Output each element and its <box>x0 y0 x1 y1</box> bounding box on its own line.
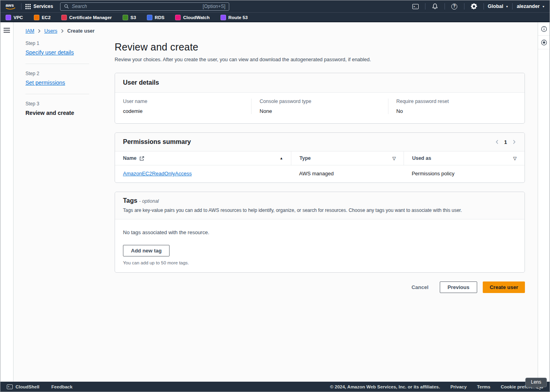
main-content: IAM Users Create user Step 1 Specify use… <box>14 22 538 382</box>
bell-icon <box>432 3 438 10</box>
cloudwatch-service-icon <box>175 15 181 20</box>
step-number: Step 3 <box>25 101 89 107</box>
region-selector[interactable]: Global ▼ <box>488 4 509 9</box>
services-grid-icon <box>25 4 31 9</box>
user-details-header: User details <box>115 73 525 93</box>
top-navigation-bar: aws Services [Option+S] >_ <box>0 0 550 12</box>
favorite-rds[interactable]: RDS <box>147 15 164 20</box>
hamburger-menu-icon[interactable] <box>3 27 11 33</box>
terms-link[interactable]: Terms <box>477 384 491 389</box>
pagination-previous-button[interactable] <box>495 139 499 145</box>
favorite-label: VPC <box>14 15 23 20</box>
tags-header: Tags - optional Tags are key-value pairs… <box>115 192 525 219</box>
permissions-table-header: Name ▲ Type ▽ <box>115 151 525 165</box>
cloudshell-label: CloudShell <box>16 384 39 389</box>
filter-icon[interactable]: ▽ <box>392 156 396 161</box>
policy-type-cell: AWS managed <box>291 165 404 182</box>
field-label: Require password reset <box>396 99 517 104</box>
pagination-current-page[interactable]: 1 <box>504 139 507 145</box>
breadcrumb-iam[interactable]: IAM <box>25 28 34 34</box>
favorite-s3[interactable]: S3 <box>123 15 136 20</box>
column-label: Used as <box>412 155 431 161</box>
rds-service-icon <box>147 15 152 20</box>
favorite-certificate-manager[interactable]: Certificate Manager <box>61 15 112 20</box>
question-icon: ? <box>451 4 457 10</box>
breadcrumb-users[interactable]: Users <box>44 28 57 34</box>
favorites-bar: VPC EC2 Certificate Manager S3 RDS Cloud… <box>0 12 550 22</box>
tags-limit-text: You can add up to 50 more tags. <box>123 260 517 265</box>
tags-body: No tags associated with the resource. Ad… <box>115 219 525 272</box>
info-panel-button[interactable] <box>538 22 550 36</box>
breadcrumb-current: Create user <box>67 28 95 34</box>
favorite-route53[interactable]: Route 53 <box>220 15 248 20</box>
resource-panel-button[interactable] <box>538 36 550 49</box>
column-header-type[interactable]: Type ▽ <box>291 151 404 165</box>
step-link-specify-user-details[interactable]: Specify user details <box>25 49 74 56</box>
gear-icon <box>471 3 477 10</box>
aws-console-window: aws Services [Option+S] >_ <box>0 0 550 392</box>
permissions-summary-header: Permissions summary 1 <box>115 133 525 151</box>
sort-ascending-icon[interactable]: ▲ <box>280 156 283 160</box>
copyright-text: © 2024, Amazon Web Services, Inc. or its… <box>330 384 440 389</box>
user-details-card: User details User name codemie Console p… <box>115 73 525 124</box>
favorite-ec2[interactable]: EC2 <box>34 15 51 20</box>
review-and-create-page: Review and create Review your choices. A… <box>115 41 525 293</box>
add-new-tag-button[interactable]: Add new tag <box>123 245 170 256</box>
account-menu[interactable]: alezander ▼ <box>517 4 545 9</box>
account-label: alezander <box>517 4 540 9</box>
divider <box>21 3 21 10</box>
field-value: No <box>396 108 517 114</box>
wizard-step-3: Step 3 Review and create <box>25 101 89 116</box>
console-password-type-field: Console password type None <box>252 99 388 114</box>
global-search-box[interactable]: [Option+S] <box>60 2 229 11</box>
external-link-icon <box>139 156 144 161</box>
search-input[interactable] <box>72 4 200 9</box>
lens-badge[interactable]: Lens <box>525 378 547 387</box>
s3-service-icon <box>123 15 128 20</box>
create-user-button[interactable]: Create user <box>483 281 525 293</box>
footer-cloudshell-button[interactable]: >_ CloudShell <box>7 384 39 389</box>
feedback-button[interactable]: Feedback <box>51 384 72 389</box>
policy-link[interactable]: AmazonEC2ReadOnlyAccess <box>123 171 192 177</box>
notifications-button[interactable] <box>429 2 441 11</box>
policy-used-as-cell: Permissions policy <box>404 165 525 182</box>
tags-card: Tags - optional Tags are key-value pairs… <box>115 192 525 273</box>
vpc-service-icon <box>6 15 11 20</box>
aws-logo[interactable]: aws <box>4 2 17 10</box>
step-number: Step 1 <box>25 41 89 46</box>
column-label: Type <box>299 155 310 161</box>
pagination-next-button[interactable] <box>512 139 517 145</box>
divider <box>425 3 425 10</box>
field-value: None <box>259 108 380 114</box>
user-details-title: User details <box>123 79 159 86</box>
wizard-steps: Step 1 Specify user details Step 2 Set p… <box>25 41 89 293</box>
pentagon-circle-icon <box>541 39 547 46</box>
policy-name-cell: AmazonEC2ReadOnlyAccess <box>115 165 291 182</box>
favorite-label: S3 <box>131 15 136 20</box>
left-nav-strip <box>0 22 14 382</box>
optional-suffix: - optional <box>139 198 159 204</box>
route53-service-icon <box>220 15 226 20</box>
column-header-name[interactable]: Name ▲ <box>115 151 291 165</box>
previous-button[interactable]: Previous <box>440 281 478 293</box>
chevron-down-icon: ▼ <box>542 5 545 8</box>
chevron-right-icon <box>61 29 64 33</box>
search-shortcut-hint: [Option+S] <box>203 4 225 9</box>
privacy-link[interactable]: Privacy <box>451 384 467 389</box>
chevron-right-icon <box>513 140 516 144</box>
favorite-cloudwatch[interactable]: CloudWatch <box>175 15 210 20</box>
help-button[interactable]: ? <box>449 2 460 11</box>
services-menu-button[interactable]: Services <box>25 4 53 9</box>
favorite-label: EC2 <box>42 15 51 20</box>
cloudshell-button[interactable]: >_ <box>410 2 421 11</box>
breadcrumb: IAM Users Create user <box>25 28 538 34</box>
step-link-set-permissions[interactable]: Set permissions <box>25 80 65 86</box>
column-header-used-as[interactable]: Used as ▽ <box>404 151 525 165</box>
wizard-step-1: Step 1 Specify user details <box>25 41 89 56</box>
settings-button[interactable] <box>468 2 480 11</box>
tags-title: Tags <box>123 197 137 204</box>
cancel-button[interactable]: Cancel <box>412 284 429 290</box>
footer-bar: >_ CloudShell Feedback © 2024, Amazon We… <box>0 382 550 392</box>
filter-icon[interactable]: ▽ <box>513 156 517 161</box>
favorite-vpc[interactable]: VPC <box>6 15 23 20</box>
